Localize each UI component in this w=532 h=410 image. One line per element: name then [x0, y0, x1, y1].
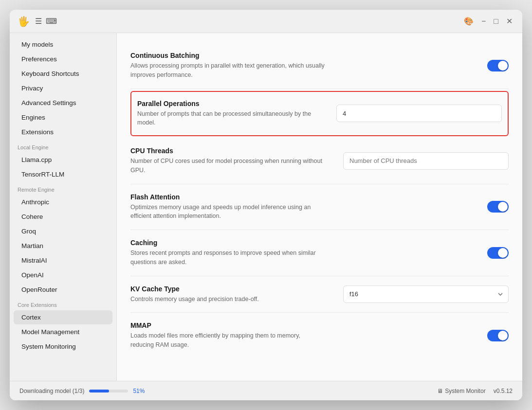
flash-attention-info: Flash Attention Optimizes memory usage a…: [130, 193, 487, 221]
cpu-threads-desc: Number of CPU cores used for model proce…: [130, 157, 325, 175]
toggle-thumb-caching: [498, 248, 508, 258]
version-label: v0.5.12: [494, 388, 513, 394]
kv-cache-desc: Controls memory usage and precision trad…: [130, 295, 325, 304]
mmap-control[interactable]: [487, 330, 509, 341]
flash-attention-desc: Optimizes memory usage and speeds up mod…: [130, 203, 325, 221]
caching-control[interactable]: [487, 247, 509, 259]
sidebar: My models Preferences Keyboard Shortcuts…: [10, 33, 117, 381]
statusbar-right: 🖥 System Monitor v0.5.12: [437, 388, 513, 394]
core-extensions-section-label: Core Extensions: [10, 297, 116, 310]
parallel-operations-info: Parallel Operations Number of prompts th…: [137, 100, 336, 128]
settings-section: Continuous Batching Allows processing pr…: [130, 43, 509, 358]
caching-row: Caching Stores recent prompts and respon…: [130, 230, 509, 276]
sidebar-item-privacy[interactable]: Privacy: [14, 81, 112, 95]
menu-button[interactable]: ☰: [35, 18, 42, 25]
kv-cache-control[interactable]: f16 f32 q8_0 q4_0: [343, 285, 509, 303]
sidebar-item-openrouter[interactable]: OpenRouter: [14, 283, 112, 297]
mmap-title: MMAP: [130, 321, 477, 329]
kv-cache-title: KV Cache Type: [130, 285, 333, 293]
caching-title: Caching: [130, 239, 477, 247]
kv-cache-select[interactable]: f16 f32 q8_0 q4_0: [343, 285, 509, 303]
titlebar-controls: 🎨 − □ ✕: [462, 15, 514, 28]
sidebar-item-cortex[interactable]: Cortex: [14, 310, 112, 324]
content-area: My models Preferences Keyboard Shortcuts…: [10, 33, 522, 381]
titlebar-left: 🖐️ ☰ ⌨: [18, 16, 55, 27]
local-engine-section-label: Local Engine: [10, 140, 116, 152]
sidebar-item-model-management[interactable]: Model Management: [14, 325, 112, 339]
cpu-threads-input[interactable]: [343, 152, 509, 170]
toggle-track-caching[interactable]: [487, 247, 509, 259]
toggle-thumb-flash: [498, 202, 508, 212]
sidebar-item-anthropic[interactable]: Anthropic: [14, 195, 112, 209]
toggle-track-mmap[interactable]: [487, 330, 509, 341]
sidebar-item-system-monitoring[interactable]: System Monitoring: [14, 339, 112, 354]
close-button[interactable]: ✕: [504, 15, 514, 28]
cpu-threads-control[interactable]: [343, 152, 509, 170]
statusbar: Downloading model (1/3) 51% 🖥 System Mon…: [10, 381, 522, 400]
sidebar-item-martian[interactable]: Martian: [14, 239, 112, 253]
app-window: 🖐️ ☰ ⌨ 🎨 − □ ✕ My models Preferences Key…: [10, 10, 522, 400]
continuous-batching-title: Continuous Batching: [130, 52, 477, 59]
progress-percent: 51%: [133, 388, 145, 394]
titlebar: 🖐️ ☰ ⌨ 🎨 − □ ✕: [10, 10, 522, 33]
flash-attention-toggle[interactable]: [487, 201, 509, 213]
sidebar-item-mistralai[interactable]: MistralAI: [14, 253, 112, 267]
parallel-operations-input[interactable]: [336, 105, 502, 122]
sidebar-item-extensions[interactable]: Extensions: [14, 125, 112, 139]
caching-toggle[interactable]: [487, 247, 509, 259]
progress-bar-fill: [89, 390, 109, 392]
continuous-batching-row: Continuous Batching Allows processing pr…: [130, 43, 509, 89]
sidebar-item-preferences[interactable]: Preferences: [14, 52, 112, 66]
monitor-icon: 🖥: [437, 388, 443, 394]
sidebar-item-keyboard-shortcuts[interactable]: Keyboard Shortcuts: [14, 67, 112, 81]
mmap-desc: Loads model files more efficiently by ma…: [130, 331, 325, 350]
cpu-threads-info: CPU Threads Number of CPU cores used for…: [130, 147, 343, 175]
minimize-button[interactable]: −: [479, 15, 488, 28]
parallel-operations-control[interactable]: [336, 105, 502, 122]
sidebar-item-tensorrt[interactable]: TensorRT-LLM: [14, 167, 112, 181]
toggle-thumb: [498, 61, 508, 71]
sidebar-item-my-models[interactable]: My models: [14, 37, 112, 52]
mmap-info: MMAP Loads model files more efficiently …: [130, 321, 487, 350]
system-monitor-label[interactable]: 🖥 System Monitor: [437, 388, 485, 394]
remote-engine-section-label: Remote Engine: [10, 182, 116, 195]
parallel-operations-title: Parallel Operations: [137, 100, 327, 107]
keyboard-shortcut-button[interactable]: ⌨: [47, 18, 55, 25]
toggle-thumb-mmap: [498, 331, 508, 340]
toggle-track[interactable]: [487, 60, 509, 71]
maximize-button[interactable]: □: [492, 15, 500, 28]
download-label: Downloading model (1/3): [19, 388, 84, 394]
kv-cache-info: KV Cache Type Controls memory usage and …: [130, 285, 343, 304]
palette-button[interactable]: 🎨: [462, 15, 476, 28]
continuous-batching-control[interactable]: [487, 60, 509, 71]
sidebar-item-engines[interactable]: Engines: [14, 110, 112, 125]
sidebar-item-groq[interactable]: Groq: [14, 224, 112, 238]
toggle-track-flash[interactable]: [487, 201, 509, 213]
cpu-threads-title: CPU Threads: [130, 147, 333, 155]
continuous-batching-desc: Allows processing prompts in parallel wi…: [130, 61, 325, 80]
continuous-batching-info: Continuous Batching Allows processing pr…: [130, 52, 487, 80]
main-content: Continuous Batching Allows processing pr…: [117, 33, 522, 381]
sidebar-item-advanced-settings[interactable]: Advanced Settings: [14, 96, 112, 110]
mmap-row: MMAP Loads model files more efficiently …: [130, 313, 509, 358]
app-logo-icon: 🖐️: [18, 16, 30, 27]
nav-list: My models Preferences Keyboard Shortcuts…: [10, 33, 116, 381]
flash-attention-title: Flash Attention: [130, 193, 477, 201]
continuous-batching-toggle[interactable]: [487, 60, 509, 71]
caching-desc: Stores recent prompts and responses to i…: [130, 249, 325, 267]
caching-info: Caching Stores recent prompts and respon…: [130, 239, 487, 267]
parallel-operations-desc: Number of prompts that can be processed …: [137, 109, 327, 128]
sidebar-item-openai[interactable]: OpenAI: [14, 268, 112, 282]
progress-bar-container: [89, 390, 128, 392]
parallel-operations-row: Parallel Operations Number of prompts th…: [130, 91, 509, 137]
kv-cache-type-row: KV Cache Type Controls memory usage and …: [130, 276, 509, 313]
flash-attention-control[interactable]: [487, 201, 509, 213]
cpu-threads-row: CPU Threads Number of CPU cores used for…: [130, 138, 509, 184]
sidebar-item-cohere[interactable]: Cohere: [14, 210, 112, 224]
sidebar-item-llamacpp[interactable]: Llama.cpp: [14, 153, 112, 167]
mmap-toggle[interactable]: [487, 330, 509, 341]
flash-attention-row: Flash Attention Optimizes memory usage a…: [130, 184, 509, 231]
statusbar-left: Downloading model (1/3) 51%: [19, 388, 145, 394]
